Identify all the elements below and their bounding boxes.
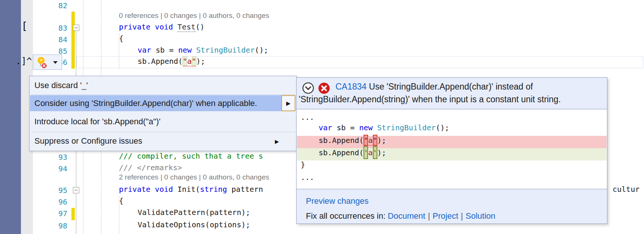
left-window-strip bbox=[0, 0, 21, 234]
code-line-86[interactable]: sb.Append("a"); bbox=[138, 57, 205, 68]
code-line-97[interactable]: ValidatePattern(pattern); bbox=[138, 208, 250, 219]
preview-added-line: sb.Append('a'); bbox=[297, 148, 607, 160]
diagnostic-footer: Preview changes Fix all occurrences in: … bbox=[297, 189, 607, 224]
diagnostic-preview-popup: CA1834 Use 'StringBuilder.Append(char)' … bbox=[296, 77, 607, 224]
outline-margin-line bbox=[76, 31, 76, 76]
line-number: 83 bbox=[36, 22, 67, 34]
fix-all-row: Fix all occurrences in: Document|Project… bbox=[306, 210, 496, 222]
codelens-info[interactable]: 2 references | 0 changes | 0 authors, 0 … bbox=[119, 173, 269, 184]
change-bar bbox=[71, 208, 75, 220]
diagnostic-code[interactable]: CA1834 bbox=[335, 82, 367, 91]
code-line-95[interactable]: private void Init(string pattern bbox=[119, 185, 263, 196]
line-number: 93 bbox=[36, 152, 67, 163]
preview-ellipsis-bottom: ... bbox=[301, 173, 314, 184]
line-number: 82 bbox=[36, 0, 67, 12]
lightbulb-error-icon bbox=[36, 56, 50, 71]
quick-actions-lightbulb-button[interactable] bbox=[33, 54, 62, 70]
line-number: 96 bbox=[36, 196, 67, 208]
diagnostic-message-line2: 'StringBuilder.Append(string)' when the … bbox=[299, 93, 561, 105]
diagnostic-header: CA1834 Use 'StringBuilder.Append(char)' … bbox=[297, 78, 607, 109]
line-number: 94 bbox=[36, 163, 67, 175]
preview-removed-line: sb.Append("a"); bbox=[297, 136, 607, 148]
fix-all-solution-link[interactable]: Solution bbox=[466, 211, 496, 221]
preview-flyout-arrow-button[interactable]: ▶ bbox=[281, 95, 295, 111]
quick-actions-menu: Use discard '_' Consider using 'StringBu… bbox=[29, 76, 297, 151]
menu-item-use-discard[interactable]: Use discard '_' bbox=[30, 77, 292, 94]
diagnostic-message-line1: CA1834 Use 'StringBuilder.Append(char)' … bbox=[335, 81, 533, 93]
change-bar bbox=[71, 12, 75, 69]
menu-item-introduce-local[interactable]: Introduce local for 'sb.Append("a")' bbox=[30, 112, 292, 131]
fix-all-label: Fix all occurrences in: bbox=[306, 211, 388, 221]
menu-item-consider-append-char[interactable]: Consider using 'StringBuilder.Append(cha… bbox=[30, 95, 281, 111]
fix-all-document-link[interactable]: Document bbox=[388, 211, 425, 221]
code-line-93[interactable]: /// compiler, such that a tree s bbox=[119, 152, 263, 163]
code-line-95-overflow[interactable]: cultur bbox=[613, 185, 640, 196]
fix-all-project-link[interactable]: Project bbox=[433, 211, 458, 221]
separator: | bbox=[425, 211, 433, 221]
line-number: 97 bbox=[36, 208, 67, 219]
line-number: 95 bbox=[36, 185, 67, 196]
fold-collapse-box[interactable] bbox=[73, 25, 79, 31]
line-number: 84 bbox=[36, 34, 67, 46]
codelens-info[interactable]: 0 references | 0 changes | 0 authors, 0 … bbox=[119, 12, 269, 22]
preview-line-var: var sb = new StringBuilder(); bbox=[319, 123, 449, 135]
margin-glyph-top: [ bbox=[21, 20, 28, 32]
menu-separator bbox=[31, 94, 295, 95]
fold-collapse-box[interactable] bbox=[73, 187, 79, 193]
preview-arrow-icon: ▶ bbox=[286, 100, 291, 106]
lightbulb-dropdown-arrow-icon[interactable] bbox=[53, 61, 58, 64]
vs-editor-screenshot: [ .]^ 82 83 84 85 86 93 94 95 96 97 98 0… bbox=[0, 0, 644, 234]
code-line-96[interactable]: { bbox=[119, 196, 123, 208]
code-line-84[interactable]: { bbox=[119, 34, 123, 46]
preview-changes-link[interactable]: Preview changes bbox=[306, 195, 369, 207]
separator: | bbox=[458, 211, 466, 221]
submenu-arrow-icon: ▶ bbox=[275, 138, 279, 144]
preview-close-brace: } bbox=[301, 160, 305, 172]
menu-item-suppress-configure[interactable]: Suppress or Configure issues bbox=[30, 132, 292, 150]
preview-ellipsis-top: ... bbox=[301, 113, 314, 124]
code-line-98[interactable]: ValidateOptions(options); bbox=[138, 220, 250, 232]
line-number: 98 bbox=[36, 220, 67, 232]
code-line-83[interactable]: private void Test() bbox=[119, 22, 205, 34]
code-line-85[interactable]: var sb = new StringBuilder(); bbox=[138, 46, 268, 57]
margin-glyph-bottom: .]^ bbox=[16, 56, 32, 66]
